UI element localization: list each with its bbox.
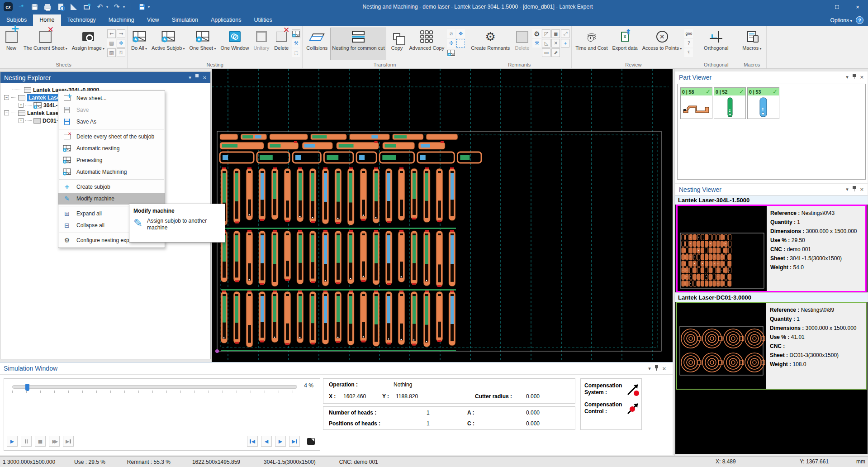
remnant-option-8-icon[interactable]: ⬈ xyxy=(551,48,560,57)
tab-machining[interactable]: Machining xyxy=(102,14,141,26)
save-icon[interactable] xyxy=(30,2,39,11)
menu-item-modify-machine[interactable]: ✎Modify machine xyxy=(58,193,165,205)
menu-item-prenesting[interactable]: Prenesting xyxy=(58,154,165,166)
copy-button[interactable]: Copy xyxy=(387,28,406,60)
pin-icon[interactable] xyxy=(853,186,856,193)
panel-menu-icon[interactable]: ▾ xyxy=(846,74,849,80)
print-icon[interactable] xyxy=(43,2,52,11)
tab-technology[interactable]: Technology xyxy=(61,14,102,26)
menu-item-new-sheet[interactable]: New sheet... xyxy=(58,92,165,104)
query-point-icon[interactable]: ? xyxy=(684,39,693,48)
move-cross-icon[interactable]: ✣ xyxy=(447,39,455,48)
next-operation-button[interactable]: ▶ xyxy=(275,436,286,447)
minimize-button[interactable] xyxy=(806,0,826,14)
slider-thumb[interactable] xyxy=(25,384,29,391)
panel-menu-icon[interactable]: ▾ xyxy=(189,75,191,81)
maximize-button[interactable] xyxy=(826,0,847,14)
next-sheet-icon[interactable]: → xyxy=(117,29,125,38)
new-sheet-button[interactable]: New xyxy=(2,28,21,60)
undo-dropdown[interactable]: ▾ xyxy=(106,5,108,9)
save-button[interactable] xyxy=(137,2,146,11)
redo-button[interactable]: ↷ xyxy=(112,2,121,11)
access-to-points-button[interactable]: ✕Access to Points xyxy=(640,28,684,60)
close-panel-icon[interactable]: × xyxy=(662,366,666,372)
undo-button[interactable]: ↶ xyxy=(95,2,104,11)
tab-view[interactable]: View xyxy=(141,14,166,26)
print-preview-icon[interactable] xyxy=(56,2,65,11)
remnant-option-4-icon[interactable]: ◺ xyxy=(542,39,550,48)
small-nest-icon[interactable] xyxy=(447,48,455,57)
nesting-card-1[interactable]: Reference : Nestings\0\43 Quantity : 1 D… xyxy=(676,205,867,292)
close-panel-icon[interactable]: × xyxy=(860,186,864,192)
export-icon[interactable]: ⬏ xyxy=(17,2,26,11)
menu-item-automatic-nesting[interactable]: Automatic nesting xyxy=(58,143,165,154)
nesting-canvas[interactable] xyxy=(212,69,673,362)
nest-one-sheet-button[interactable]: One Sheet xyxy=(188,28,218,60)
collapse-expander[interactable]: − xyxy=(4,95,9,100)
tab-utilities[interactable]: Utilities xyxy=(247,14,278,26)
close-button[interactable]: × xyxy=(847,0,868,14)
remnant-option-1-icon[interactable]: ◸ xyxy=(542,29,550,38)
tab-home[interactable]: Home xyxy=(33,14,61,26)
create-remnants-button[interactable]: ⚙Create Remnants xyxy=(469,28,512,60)
tab-applications[interactable]: Applications xyxy=(204,14,247,26)
probe-point-icon[interactable]: ⸮ xyxy=(684,48,693,57)
collapse-expander[interactable]: − xyxy=(4,110,9,115)
expand-expander[interactable]: + xyxy=(19,103,24,108)
nesting-common-cut-button[interactable]: Nesting for common cut xyxy=(330,28,386,60)
mini-nest-icon[interactable] xyxy=(292,29,300,38)
pin-icon[interactable] xyxy=(853,74,856,81)
pause-button[interactable] xyxy=(21,436,32,447)
previous-sheet-icon[interactable]: ← xyxy=(107,29,116,38)
menu-item-create-subjob[interactable]: ＋Create subjob xyxy=(58,181,165,193)
nesting-card-2[interactable]: Reference : Nestings\0\89 Quantity : 1 D… xyxy=(676,302,867,390)
move-sheet-icon[interactable]: ✥ xyxy=(117,39,125,48)
time-and-cost-button[interactable]: Time and Cost xyxy=(574,28,609,60)
close-panel-icon[interactable]: × xyxy=(203,75,207,81)
simulation-view-button[interactable] xyxy=(305,436,316,447)
collisions-button[interactable]: Collisions xyxy=(304,28,329,60)
last-operation-button[interactable]: ▶ xyxy=(289,436,300,447)
rotate-handle-icon[interactable]: ✥ xyxy=(456,29,465,38)
remnant-gear-icon[interactable]: ⚙ xyxy=(532,29,541,38)
menu-item-save-as[interactable]: Save As xyxy=(58,116,165,128)
paste-sheet-icon[interactable]: ▨ xyxy=(107,48,116,57)
current-sheet-button[interactable]: The Current Sheet xyxy=(22,28,69,60)
close-panel-icon[interactable]: × xyxy=(860,74,864,80)
geometry-points-icon[interactable]: geo xyxy=(684,29,693,38)
remnant-tool-icon[interactable]: ⚒ xyxy=(532,39,541,48)
skip-to-end-button[interactable]: ▶ xyxy=(63,436,74,447)
help-icon[interactable]: ? xyxy=(856,16,863,24)
remnant-option-5-icon[interactable]: ✕ xyxy=(551,39,560,48)
options-menu[interactable]: Options xyxy=(830,17,852,24)
menu-item-delete-every-sheet[interactable]: Delete every sheet of the subjob xyxy=(58,131,165,143)
stop-button[interactable]: ■ xyxy=(35,436,46,447)
first-operation-button[interactable]: ◀ xyxy=(247,436,258,447)
play-button[interactable]: ▶ xyxy=(7,436,18,447)
part-card-1[interactable]: 0 | 58✓ xyxy=(680,87,712,119)
simulation-progress-slider[interactable] xyxy=(12,385,297,389)
nest-active-subjob-button[interactable]: Active Subjob xyxy=(150,28,187,60)
measure-icon[interactable] xyxy=(69,2,78,11)
redo-dropdown[interactable]: ▾ xyxy=(123,5,125,9)
remnant-option-6-icon[interactable]: ＋ xyxy=(561,39,569,48)
lock-sheet-icon[interactable]: ⚿ xyxy=(117,48,125,57)
menu-item-automatic-machining[interactable]: Automatic Machining xyxy=(58,166,165,178)
expand-expander[interactable]: + xyxy=(19,118,24,123)
orthogonal-button[interactable]: Orthogonal xyxy=(697,28,735,60)
previous-operation-button[interactable]: ◀ xyxy=(261,436,272,447)
nest-do-all-button[interactable]: Do All xyxy=(129,28,149,60)
nest-one-window-button[interactable]: One Window xyxy=(218,28,251,60)
mini-nest-tool-icon[interactable]: ⚒ xyxy=(292,39,300,48)
tab-simulation[interactable]: Simulation xyxy=(166,14,204,26)
panel-menu-icon[interactable]: ▾ xyxy=(846,186,849,192)
diagonal-measure-icon[interactable]: ⧄ xyxy=(447,29,455,38)
part-card-2[interactable]: 0 | 52✓ xyxy=(714,87,746,119)
remnant-option-3-icon[interactable]: ⤢ xyxy=(561,29,569,38)
pin-icon[interactable] xyxy=(195,74,199,81)
remnant-option-7-icon[interactable]: ▭ xyxy=(542,48,550,57)
selection-box-icon[interactable] xyxy=(456,39,465,48)
export-data-button[interactable]: x⬆Export data xyxy=(610,28,639,60)
mini-nest-circle-icon[interactable]: ◌ xyxy=(292,48,300,57)
fast-forward-button[interactable]: ▶▶ xyxy=(49,436,60,447)
